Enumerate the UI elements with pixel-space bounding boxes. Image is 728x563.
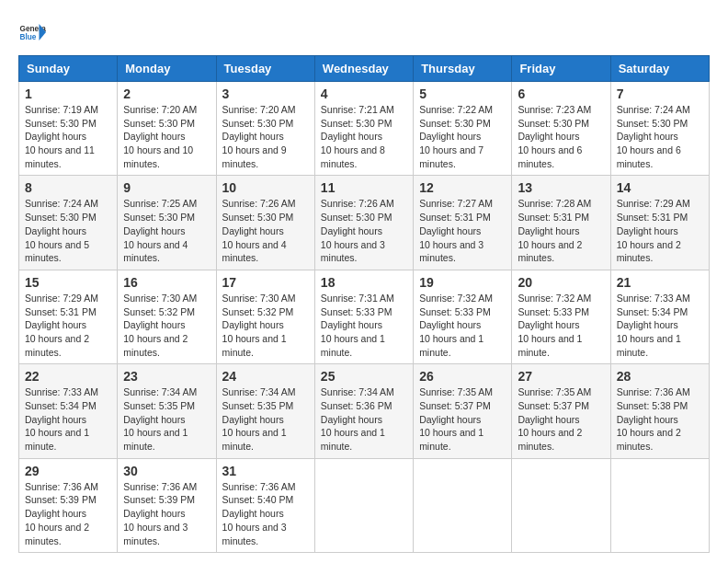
day-info: Sunrise: 7:36 AM Sunset: 5:38 PM Dayligh…	[617, 385, 703, 453]
calendar-cell: 16 Sunrise: 7:30 AM Sunset: 5:32 PM Dayl…	[118, 270, 216, 363]
day-number: 24	[222, 369, 309, 384]
calendar-cell: 30 Sunrise: 7:36 AM Sunset: 5:39 PM Dayl…	[118, 458, 216, 552]
calendar-cell: 1 Sunrise: 7:19 AM Sunset: 5:30 PM Dayli…	[19, 82, 118, 176]
day-info: Sunrise: 7:36 AM Sunset: 5:39 PM Dayligh…	[123, 480, 210, 547]
calendar-week-row: 1 Sunrise: 7:19 AM Sunset: 5:30 PM Dayli…	[19, 82, 710, 176]
day-info: Sunrise: 7:26 AM Sunset: 5:30 PM Dayligh…	[222, 197, 309, 264]
logo-icon: General Blue	[18, 18, 46, 46]
day-number: 25	[321, 369, 407, 384]
day-info: Sunrise: 7:28 AM Sunset: 5:31 PM Dayligh…	[518, 197, 604, 264]
calendar-cell: 27 Sunrise: 7:35 AM Sunset: 5:37 PM Dayl…	[512, 364, 610, 458]
day-number: 27	[518, 369, 604, 384]
svg-text:Blue: Blue	[20, 33, 37, 41]
weekday-header-friday: Friday	[512, 56, 610, 82]
day-info: Sunrise: 7:30 AM Sunset: 5:32 PM Dayligh…	[123, 292, 210, 359]
day-number: 11	[321, 180, 407, 195]
calendar-cell	[512, 458, 610, 552]
day-info: Sunrise: 7:27 AM Sunset: 5:31 PM Dayligh…	[419, 197, 506, 264]
calendar-cell: 24 Sunrise: 7:34 AM Sunset: 5:35 PM Dayl…	[216, 364, 314, 458]
day-number: 15	[25, 275, 111, 290]
day-number: 21	[617, 275, 703, 290]
day-number: 19	[419, 275, 506, 290]
day-number: 3	[222, 86, 309, 101]
day-info: Sunrise: 7:20 AM Sunset: 5:30 PM Dayligh…	[123, 103, 210, 170]
calendar-cell: 9 Sunrise: 7:25 AM Sunset: 5:30 PM Dayli…	[118, 176, 216, 270]
calendar-week-row: 29 Sunrise: 7:36 AM Sunset: 5:39 PM Dayl…	[19, 458, 710, 552]
calendar-cell: 14 Sunrise: 7:29 AM Sunset: 5:31 PM Dayl…	[610, 176, 709, 270]
day-number: 13	[518, 180, 604, 195]
calendar-cell: 25 Sunrise: 7:34 AM Sunset: 5:36 PM Dayl…	[314, 364, 413, 458]
calendar-cell: 5 Sunrise: 7:22 AM Sunset: 5:30 PM Dayli…	[414, 82, 512, 176]
calendar-cell: 6 Sunrise: 7:23 AM Sunset: 5:30 PM Dayli…	[512, 82, 610, 176]
calendar-cell: 23 Sunrise: 7:34 AM Sunset: 5:35 PM Dayl…	[118, 364, 216, 458]
day-number: 22	[25, 369, 111, 384]
calendar-week-row: 15 Sunrise: 7:29 AM Sunset: 5:31 PM Dayl…	[19, 270, 710, 363]
day-number: 10	[222, 180, 309, 195]
weekday-header-tuesday: Tuesday	[216, 56, 314, 82]
page-header: General Blue	[18, 18, 710, 46]
calendar-cell: 11 Sunrise: 7:26 AM Sunset: 5:30 PM Dayl…	[314, 176, 413, 270]
weekday-header-saturday: Saturday	[610, 56, 709, 82]
calendar-week-row: 8 Sunrise: 7:24 AM Sunset: 5:30 PM Dayli…	[19, 176, 710, 270]
logo: General Blue	[18, 18, 46, 46]
day-number: 14	[617, 180, 703, 195]
calendar-cell: 31 Sunrise: 7:36 AM Sunset: 5:40 PM Dayl…	[216, 458, 314, 552]
weekday-header-sunday: Sunday	[19, 56, 118, 82]
calendar-cell: 20 Sunrise: 7:32 AM Sunset: 5:33 PM Dayl…	[512, 270, 610, 363]
day-number: 26	[419, 369, 506, 384]
calendar-week-row: 22 Sunrise: 7:33 AM Sunset: 5:34 PM Dayl…	[19, 364, 710, 458]
day-number: 20	[518, 275, 604, 290]
calendar-cell: 7 Sunrise: 7:24 AM Sunset: 5:30 PM Dayli…	[610, 82, 709, 176]
day-info: Sunrise: 7:20 AM Sunset: 5:30 PM Dayligh…	[222, 103, 309, 170]
day-info: Sunrise: 7:36 AM Sunset: 5:40 PM Dayligh…	[222, 480, 309, 547]
day-info: Sunrise: 7:32 AM Sunset: 5:33 PM Dayligh…	[419, 292, 506, 359]
day-number: 8	[25, 180, 111, 195]
day-info: Sunrise: 7:25 AM Sunset: 5:30 PM Dayligh…	[123, 197, 210, 264]
day-number: 17	[222, 275, 309, 290]
calendar-cell	[314, 458, 413, 552]
calendar-cell: 15 Sunrise: 7:29 AM Sunset: 5:31 PM Dayl…	[19, 270, 118, 363]
day-info: Sunrise: 7:30 AM Sunset: 5:32 PM Dayligh…	[222, 292, 309, 359]
calendar-cell: 22 Sunrise: 7:33 AM Sunset: 5:34 PM Dayl…	[19, 364, 118, 458]
day-info: Sunrise: 7:23 AM Sunset: 5:30 PM Dayligh…	[518, 103, 604, 170]
calendar-cell: 18 Sunrise: 7:31 AM Sunset: 5:33 PM Dayl…	[314, 270, 413, 363]
day-number: 5	[419, 86, 506, 101]
day-info: Sunrise: 7:22 AM Sunset: 5:30 PM Dayligh…	[419, 103, 506, 170]
calendar-cell: 21 Sunrise: 7:33 AM Sunset: 5:34 PM Dayl…	[610, 270, 709, 363]
calendar-table: SundayMondayTuesdayWednesdayThursdayFrid…	[18, 55, 710, 553]
calendar-header-row: SundayMondayTuesdayWednesdayThursdayFrid…	[19, 56, 710, 82]
calendar-cell: 2 Sunrise: 7:20 AM Sunset: 5:30 PM Dayli…	[118, 82, 216, 176]
weekday-header-thursday: Thursday	[414, 56, 512, 82]
day-info: Sunrise: 7:33 AM Sunset: 5:34 PM Dayligh…	[25, 385, 111, 453]
day-number: 4	[321, 86, 407, 101]
day-info: Sunrise: 7:31 AM Sunset: 5:33 PM Dayligh…	[321, 292, 407, 359]
calendar-cell: 19 Sunrise: 7:32 AM Sunset: 5:33 PM Dayl…	[414, 270, 512, 363]
day-info: Sunrise: 7:29 AM Sunset: 5:31 PM Dayligh…	[617, 197, 703, 264]
day-info: Sunrise: 7:33 AM Sunset: 5:34 PM Dayligh…	[617, 292, 703, 359]
day-info: Sunrise: 7:35 AM Sunset: 5:37 PM Dayligh…	[419, 385, 506, 453]
weekday-header-monday: Monday	[118, 56, 216, 82]
calendar-cell: 10 Sunrise: 7:26 AM Sunset: 5:30 PM Dayl…	[216, 176, 314, 270]
day-info: Sunrise: 7:19 AM Sunset: 5:30 PM Dayligh…	[25, 103, 111, 170]
day-info: Sunrise: 7:26 AM Sunset: 5:30 PM Dayligh…	[321, 197, 407, 264]
day-number: 6	[518, 86, 604, 101]
day-info: Sunrise: 7:24 AM Sunset: 5:30 PM Dayligh…	[25, 197, 111, 264]
day-number: 18	[321, 275, 407, 290]
day-info: Sunrise: 7:34 AM Sunset: 5:35 PM Dayligh…	[123, 385, 210, 453]
day-number: 9	[123, 180, 210, 195]
day-info: Sunrise: 7:36 AM Sunset: 5:39 PM Dayligh…	[25, 480, 111, 547]
calendar-cell: 4 Sunrise: 7:21 AM Sunset: 5:30 PM Dayli…	[314, 82, 413, 176]
calendar-cell: 12 Sunrise: 7:27 AM Sunset: 5:31 PM Dayl…	[414, 176, 512, 270]
calendar-cell: 13 Sunrise: 7:28 AM Sunset: 5:31 PM Dayl…	[512, 176, 610, 270]
day-number: 29	[25, 464, 111, 478]
day-number: 1	[25, 86, 111, 101]
day-number: 2	[123, 86, 210, 101]
day-info: Sunrise: 7:29 AM Sunset: 5:31 PM Dayligh…	[25, 292, 111, 359]
day-number: 30	[123, 464, 210, 478]
day-info: Sunrise: 7:32 AM Sunset: 5:33 PM Dayligh…	[518, 292, 604, 359]
day-number: 23	[123, 369, 210, 384]
calendar-cell	[610, 458, 709, 552]
day-info: Sunrise: 7:34 AM Sunset: 5:36 PM Dayligh…	[321, 385, 407, 453]
day-info: Sunrise: 7:21 AM Sunset: 5:30 PM Dayligh…	[321, 103, 407, 170]
calendar-cell: 29 Sunrise: 7:36 AM Sunset: 5:39 PM Dayl…	[19, 458, 118, 552]
